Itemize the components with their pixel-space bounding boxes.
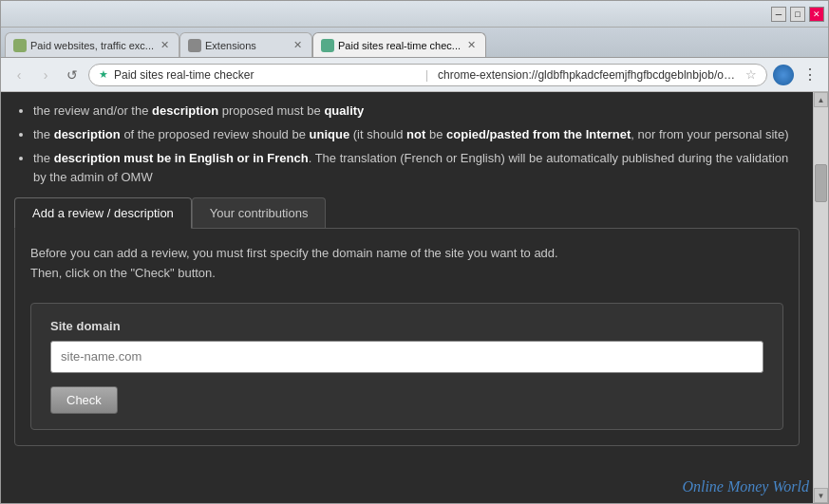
tab-favicon-3	[321, 39, 334, 52]
reload-button[interactable]: ↺	[62, 65, 83, 85]
info-list: the review and/or the description propos…	[14, 102, 800, 188]
scrollbar[interactable]: ▲ ▼	[813, 92, 828, 503]
url-display: chrome-extension://gldbfhpkadcfeemjfhgfb…	[438, 68, 740, 82]
info-item-2: the description of the proposed review s…	[33, 125, 800, 145]
tab-title-2: Extensions	[205, 40, 287, 51]
forward-button[interactable]: ›	[35, 65, 56, 85]
browser-window: ─ □ ✕ Paid websites, traffic exc... ✕ Ex…	[0, 0, 829, 504]
tab-close-1[interactable]: ✕	[158, 39, 171, 52]
address-bar: ‹ › ↺ ★ Paid sites real-time checker | c…	[1, 58, 828, 92]
info-item-1: the review and/or the description propos…	[33, 102, 800, 121]
bookmark-icon[interactable]: ☆	[745, 67, 757, 82]
scroll-down-button[interactable]: ▼	[814, 488, 828, 503]
tab-title-3: Paid sites real-time chec...	[338, 40, 461, 51]
info-section: the review and/or the description propos…	[14, 102, 800, 188]
site-title-display: Paid sites real-time checker	[114, 68, 416, 82]
tab-close-3[interactable]: ✕	[464, 39, 478, 52]
inner-tab-bar: Add a review / description Your contribu…	[14, 197, 800, 228]
tab-favicon-2	[188, 39, 201, 52]
site-domain-label: Site domain	[50, 319, 763, 333]
form-group: Site domain Check	[30, 303, 783, 430]
scrollbar-track[interactable]	[814, 107, 828, 488]
browser-tab-2[interactable]: Extensions ✕	[179, 32, 312, 57]
content-description: Before you can add a review, you must fi…	[30, 244, 783, 284]
page-content: the review and/or the description propos…	[1, 92, 828, 503]
tab-content: Before you can add a review, you must fi…	[14, 228, 800, 446]
back-button[interactable]: ‹	[9, 65, 29, 85]
tab-title-1: Paid websites, traffic exc...	[30, 40, 154, 51]
watermark: Online Money World	[682, 478, 809, 495]
tab-bar: Paid websites, traffic exc... ✕ Extensio…	[1, 28, 828, 58]
tab-close-2[interactable]: ✕	[291, 39, 304, 52]
site-domain-input[interactable]	[50, 341, 763, 373]
minimize-button[interactable]: ─	[771, 7, 786, 22]
description-line-2: Then, click on the "Check" button.	[30, 266, 216, 280]
address-separator: |	[422, 68, 432, 82]
maximize-button[interactable]: □	[790, 7, 805, 22]
scroll-area[interactable]: the review and/or the description propos…	[1, 92, 813, 503]
secure-icon: ★	[99, 68, 108, 81]
scroll-up-button[interactable]: ▲	[814, 92, 828, 107]
tab-favicon-1	[13, 39, 27, 52]
close-button[interactable]: ✕	[809, 7, 824, 22]
tab-add-review[interactable]: Add a review / description	[14, 197, 192, 229]
browser-tab-1[interactable]: Paid websites, traffic exc... ✕	[5, 32, 179, 57]
menu-button[interactable]: ⋮	[800, 65, 820, 85]
browser-tab-3[interactable]: Paid sites real-time chec... ✕	[312, 32, 486, 57]
check-button[interactable]: Check	[50, 386, 118, 414]
info-item-3: the description must be in English or in…	[33, 149, 800, 189]
globe-icon	[773, 65, 794, 85]
description-line-1: Before you can add a review, you must fi…	[30, 246, 558, 260]
scrollbar-thumb[interactable]	[815, 164, 827, 202]
title-bar: ─ □ ✕	[1, 1, 828, 28]
tab-contributions[interactable]: Your contributions	[192, 197, 327, 228]
window-controls: ─ □ ✕	[771, 7, 824, 22]
address-input[interactable]: ★ Paid sites real-time checker | chrome-…	[88, 64, 767, 86]
